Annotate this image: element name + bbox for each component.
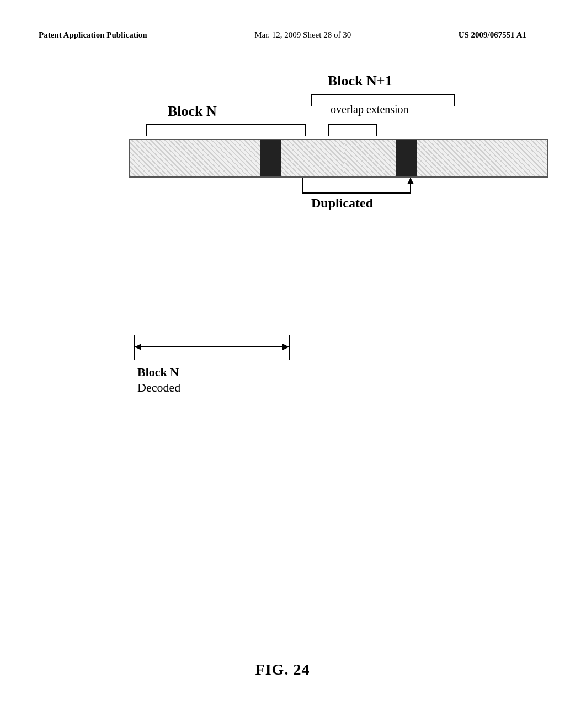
patent-number-label: US 2009/067551 A1 bbox=[459, 30, 526, 39]
date-sheet-label: Mar. 12, 2009 Sheet 28 of 30 bbox=[254, 30, 351, 39]
brace-overlap bbox=[328, 124, 377, 136]
header-center: Mar. 12, 2009 Sheet 28 of 30 bbox=[254, 30, 351, 40]
block-n-decoded-svg bbox=[129, 332, 317, 365]
publication-label: Patent Application Publication bbox=[39, 30, 147, 39]
duplicated-label: Duplicated bbox=[311, 196, 373, 211]
brace-block-n bbox=[146, 124, 306, 136]
header-right: US 2009/067551 A1 bbox=[459, 30, 526, 40]
page: Patent Application Publication Mar. 12, … bbox=[0, 0, 565, 728]
header-left: Patent Application Publication bbox=[39, 30, 147, 40]
lower-block-n-label: Block N bbox=[137, 365, 179, 379]
segment-dark-1 bbox=[260, 140, 281, 176]
header: Patent Application Publication Mar. 12, … bbox=[0, 0, 565, 40]
lower-decoded-label: Decoded bbox=[137, 381, 180, 395]
segment-light-4 bbox=[417, 140, 547, 176]
svg-marker-4 bbox=[135, 344, 141, 350]
svg-marker-5 bbox=[282, 344, 289, 350]
block-n-label: Block N bbox=[168, 103, 217, 120]
block-n1-label: Block N+1 bbox=[328, 73, 392, 89]
svg-marker-0 bbox=[407, 178, 414, 184]
segment-light-3 bbox=[344, 140, 396, 176]
segment-dark-2 bbox=[396, 140, 417, 176]
segment-light-2 bbox=[281, 140, 344, 176]
fig-label: FIG. 24 bbox=[255, 661, 310, 678]
main-bar bbox=[129, 139, 548, 178]
overlap-extension-label: overlap extension bbox=[331, 103, 409, 116]
segment-light-1 bbox=[130, 140, 260, 176]
lower-diagram: Block N Decoded bbox=[129, 332, 317, 367]
